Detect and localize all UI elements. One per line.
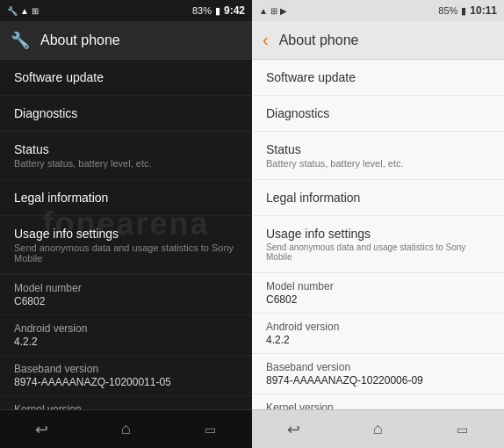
left-usage[interactable]: Usage info settings Send anonymous data … [0, 216, 252, 275]
right-legal[interactable]: Legal information [252, 180, 504, 216]
right-back-icon[interactable]: ‹ [263, 30, 269, 50]
right-panel: ▲ ⊞ ▶ 85% ▮ 10:11 ‹ About phone Software… [252, 0, 504, 448]
right-kernel-label: Kernel version [266, 401, 490, 409]
right-home-icon: ⌂ [373, 420, 383, 438]
right-model-label: Model number [266, 280, 490, 293]
left-software-update-title: Software update [14, 70, 238, 84]
left-home-icon: ⌂ [121, 420, 131, 438]
left-home-button[interactable]: ⌂ [108, 415, 143, 444]
left-usage-title: Usage info settings [14, 227, 238, 241]
left-battery-text: 83% [192, 5, 212, 16]
left-battery-icon: ▮ [215, 5, 220, 17]
right-status-right: 85% ▮ 10:11 [438, 4, 497, 17]
left-baseband: Baseband version 8974-AAAAANAZQ-10200011… [0, 356, 252, 396]
right-status-bar: ▲ ⊞ ▶ 85% ▮ 10:11 [252, 0, 504, 21]
right-status-icons: ▲ ⊞ ▶ [259, 6, 287, 16]
right-android-value: 4.2.2 [266, 334, 490, 346]
right-model-value: C6802 [266, 293, 490, 306]
right-status-subtitle: Battery status, battery level, etc. [266, 158, 490, 169]
right-recent-button[interactable]: ▭ [444, 415, 479, 444]
left-diagnostics-title: Diagnostics [14, 106, 238, 120]
left-android: Android version 4.2.2 [0, 315, 252, 356]
left-baseband-value: 8974-AAAAANAZQ-10200011-05 [14, 376, 238, 388]
left-status-bar: 🔧 ▲ ⊞ 83% ▮ 9:42 [0, 0, 252, 21]
left-model-value: C6802 [14, 295, 238, 307]
right-home-button[interactable]: ⌂ [360, 415, 395, 444]
right-legal-title: Legal information [266, 191, 490, 205]
left-legal-title: Legal information [14, 191, 238, 205]
left-content: Software update Diagnostics Status Batte… [0, 60, 252, 409]
right-toolbar: ‹ About phone [252, 21, 504, 60]
left-android-value: 4.2.2 [14, 336, 238, 348]
right-signal-icon: ⊞ [270, 6, 277, 16]
right-status[interactable]: Status Battery status, battery level, et… [252, 132, 504, 180]
left-panel: 🔧 ▲ ⊞ 83% ▮ 9:42 🔧 About phone Software … [0, 0, 252, 448]
right-bottom-nav: ↩ ⌂ ▭ [252, 409, 504, 448]
left-bottom-nav: ↩ ⌂ ▭ [0, 409, 252, 448]
right-recent-icon: ▭ [457, 423, 468, 437]
right-battery-icon: ▮ [461, 5, 466, 17]
right-status-title: Status [266, 142, 490, 156]
left-baseband-label: Baseband version [14, 363, 238, 375]
right-android: Android version 4.2.2 [252, 314, 504, 354]
left-status-icons: 🔧 ▲ ⊞ [7, 6, 39, 16]
left-back-nav-icon: ↩ [35, 420, 48, 439]
left-status-right: 83% ▮ 9:42 [192, 4, 245, 17]
right-back-nav-icon: ↩ [287, 420, 300, 439]
right-time: 10:11 [470, 4, 497, 17]
left-toolbar: 🔧 About phone [0, 21, 252, 60]
left-wifi-icon: ⊞ [32, 6, 39, 16]
left-diagnostics[interactable]: Diagnostics [0, 96, 252, 132]
left-toolbar-title: About phone [40, 33, 120, 48]
left-status-title: Status [14, 142, 238, 156]
right-diagnostics-title: Diagnostics [266, 106, 490, 120]
left-legal[interactable]: Legal information [0, 180, 252, 216]
right-back-button[interactable]: ↩ [277, 415, 312, 444]
right-software-update[interactable]: Software update [252, 60, 504, 96]
right-diagnostics[interactable]: Diagnostics [252, 96, 504, 132]
right-model: Model number C6802 [252, 273, 504, 314]
left-status-subtitle: Battery status, battery level, etc. [14, 158, 238, 169]
left-back-button[interactable]: ↩ [25, 415, 60, 444]
right-usage-subtitle: Send anonymous data and usage statistics… [266, 242, 490, 262]
right-baseband-value: 8974-AAAAANAZQ-10220006-09 [266, 374, 490, 387]
right-baseband-label: Baseband version [266, 361, 490, 373]
right-usage-title: Usage info settings [266, 227, 490, 241]
left-software-update[interactable]: Software update [0, 60, 252, 96]
left-status[interactable]: Status Battery status, battery level, et… [0, 132, 252, 180]
left-model: Model number C6802 [0, 275, 252, 315]
right-baseband: Baseband version 8974-AAAAANAZQ-10220006… [252, 354, 504, 394]
left-status-icon-tool: 🔧 [7, 6, 18, 16]
right-kernel: Kernel version 3.4.0-perf-gde8296d-02194… [252, 394, 504, 409]
right-battery-text: 85% [438, 5, 457, 16]
right-status-icon-tool: ▲ [259, 6, 268, 16]
right-wifi-icon: ▶ [280, 6, 287, 16]
right-content: Software update Diagnostics Status Batte… [252, 60, 504, 409]
left-recent-button[interactable]: ▭ [192, 415, 227, 444]
left-android-label: Android version [14, 322, 238, 335]
left-recent-icon: ▭ [205, 423, 216, 437]
left-back-icon[interactable]: 🔧 [11, 31, 30, 50]
right-usage[interactable]: Usage info settings Send anonymous data … [252, 216, 504, 273]
left-kernel: Kernel version 3.4.0-perf-g7b3c95d-01723… [0, 396, 252, 409]
left-model-label: Model number [14, 282, 238, 294]
left-signal-icon: ▲ [20, 6, 29, 16]
right-software-update-title: Software update [266, 70, 490, 84]
right-toolbar-title: About phone [279, 33, 359, 48]
right-android-label: Android version [266, 321, 490, 333]
left-usage-subtitle: Send anonymous data and usage statistics… [14, 242, 238, 264]
left-kernel-label: Kernel version [14, 403, 238, 409]
left-time: 9:42 [224, 4, 245, 17]
